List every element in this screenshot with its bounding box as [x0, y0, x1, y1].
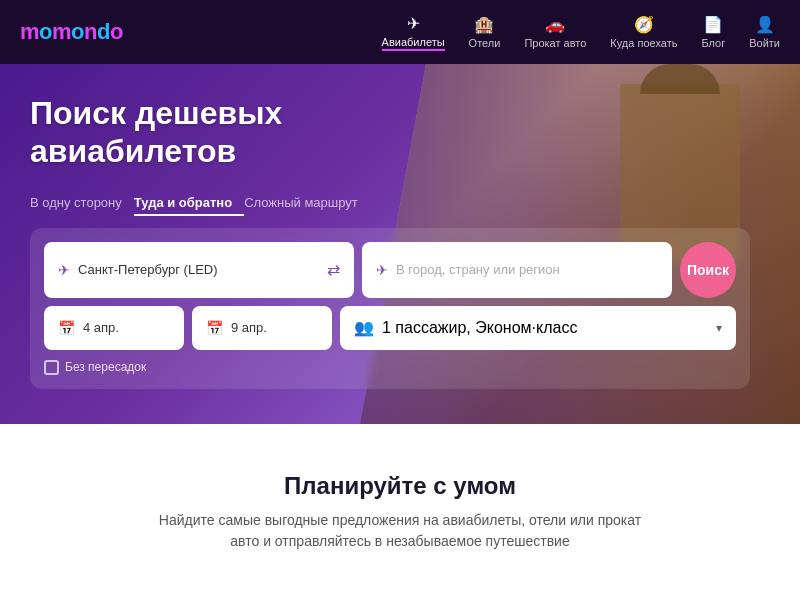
nav-flights-label: Авиабилеты — [382, 36, 445, 51]
chevron-down-icon: ▾ — [716, 321, 722, 335]
date-from-field[interactable]: 📅 4 апр. — [44, 306, 184, 350]
passengers-icon: 👥 — [354, 318, 374, 337]
date-from-value: 4 апр. — [83, 320, 119, 335]
nav-explore[interactable]: 🧭 Куда поехать — [610, 15, 677, 49]
nav-car-rental[interactable]: 🚗 Прокат авто — [524, 15, 586, 49]
calendar-from-icon: 📅 — [58, 320, 75, 336]
hero-section: Поиск дешевых авиабилетов В одну сторону… — [0, 64, 800, 424]
login-icon: 👤 — [755, 15, 775, 34]
destination-icon: ✈ — [376, 262, 388, 278]
hero-content: Поиск дешевых авиабилетов В одну сторону… — [0, 64, 800, 409]
explore-icon: 🧭 — [634, 15, 654, 34]
nav-login-label: Войти — [749, 37, 780, 49]
departure-icon: ✈ — [58, 262, 70, 278]
calendar-to-icon: 📅 — [206, 320, 223, 336]
origin-value: Санкт-Петербург (LED) — [78, 262, 319, 277]
no-stops-label: Без пересадок — [65, 360, 146, 374]
flights-icon: ✈ — [407, 14, 420, 33]
destination-field[interactable]: ✈ В город, страну или регион — [362, 242, 672, 298]
bottom-description: Найдите самые выгодные предложения на ав… — [150, 510, 650, 552]
search-button[interactable]: Поиск — [680, 242, 736, 298]
hero-title: Поиск дешевых авиабилетов — [30, 94, 410, 171]
nav-blog[interactable]: 📄 Блог — [701, 15, 725, 49]
header: momondo ✈ Авиабилеты 🏨 Отели 🚗 Прокат ав… — [0, 0, 800, 64]
passengers-value: 1 пассажир, Эконом·класс — [382, 319, 577, 337]
nav-login[interactable]: 👤 Войти — [749, 15, 780, 49]
origin-field[interactable]: ✈ Санкт-Петербург (LED) ⇄ — [44, 242, 354, 298]
no-stops-checkbox[interactable] — [44, 360, 59, 375]
nav-hotels[interactable]: 🏨 Отели — [469, 15, 501, 49]
nav-car-label: Прокат авто — [524, 37, 586, 49]
nav-blog-label: Блог — [701, 37, 725, 49]
hotels-icon: 🏨 — [474, 15, 494, 34]
nav-hotels-label: Отели — [469, 37, 501, 49]
blog-icon: 📄 — [703, 15, 723, 34]
bottom-section: Планируйте с умом Найдите самые выгодные… — [0, 424, 800, 600]
destination-placeholder: В город, страну или регион — [396, 262, 658, 277]
search-row-2: 📅 4 апр. 📅 9 апр. 👥 1 пассажир, Эконом·к… — [44, 306, 736, 350]
navigation: ✈ Авиабилеты 🏨 Отели 🚗 Прокат авто 🧭 Куд… — [382, 14, 780, 51]
nav-explore-label: Куда поехать — [610, 37, 677, 49]
search-row-1: ✈ Санкт-Петербург (LED) ⇄ ✈ В город, стр… — [44, 242, 736, 298]
logo[interactable]: momondo — [20, 19, 123, 45]
bottom-title: Планируйте с умом — [284, 472, 516, 500]
nav-flights[interactable]: ✈ Авиабилеты — [382, 14, 445, 51]
swap-icon[interactable]: ⇄ — [327, 260, 340, 279]
passengers-field[interactable]: 👥 1 пассажир, Эконом·класс ▾ — [340, 306, 736, 350]
date-to-value: 9 апр. — [231, 320, 267, 335]
no-stops-row: Без пересадок — [44, 360, 736, 375]
tab-one-way[interactable]: В одну сторону — [30, 191, 134, 216]
search-box: ✈ Санкт-Петербург (LED) ⇄ ✈ В город, стр… — [30, 228, 750, 389]
trip-type-tabs: В одну сторону Туда и обратно Сложный ма… — [30, 191, 770, 216]
tab-round-trip[interactable]: Туда и обратно — [134, 191, 244, 216]
tab-multi-city[interactable]: Сложный маршрут — [244, 191, 370, 216]
date-to-field[interactable]: 📅 9 апр. — [192, 306, 332, 350]
car-icon: 🚗 — [545, 15, 565, 34]
